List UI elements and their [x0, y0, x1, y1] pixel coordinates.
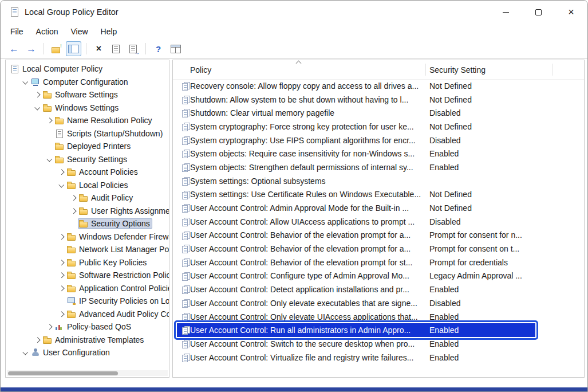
tree-item[interactable]: Application Control Policies — [6, 282, 169, 295]
chevron-right-icon[interactable] — [57, 166, 66, 179]
console-tree: Local Computer PolicyComputer Configurat… — [6, 60, 169, 359]
chevron-right-icon[interactable] — [57, 269, 66, 282]
horizontal-scrollbar[interactable] — [7, 370, 168, 376]
tree-item-label: Application Control Policies — [79, 284, 169, 293]
menu-file[interactable]: File — [4, 25, 30, 38]
security-setting-value: Enabled — [429, 339, 459, 348]
policy-row[interactable]: System objects: Strengthen default permi… — [173, 160, 584, 174]
tree-item[interactable]: User Rights Assignment — [6, 205, 169, 218]
tree-item[interactable]: Scripts (Startup/Shutdown) — [6, 127, 169, 140]
policy-row[interactable]: User Account Control: Allow UIAccess app… — [173, 215, 584, 229]
policy-doc-icon — [181, 109, 190, 117]
policy-row[interactable]: System objects: Require case insensitivi… — [173, 147, 584, 160]
tree-item[interactable]: Local Computer Policy — [6, 62, 169, 76]
policy-row[interactable]: User Account Control: Switch to the secu… — [173, 337, 584, 351]
column-divider[interactable] — [553, 64, 553, 76]
policy-row[interactable]: User Account Control: Detect application… — [173, 283, 584, 296]
column-label-security-setting: Security Setting — [429, 65, 486, 75]
tree-item[interactable]: Windows Settings — [6, 101, 169, 115]
minimize-button[interactable] — [490, 1, 522, 23]
chevron-right-icon[interactable] — [57, 256, 66, 269]
console-tree-panel: Local Computer PolicyComputer Configurat… — [5, 60, 169, 378]
chevron-right-icon[interactable] — [57, 308, 66, 321]
policy-row[interactable]: User Account Control: Run all administra… — [173, 323, 584, 337]
show-console-tree-button[interactable] — [66, 41, 81, 56]
policy-row[interactable]: System settings: Use Certificate Rules o… — [173, 188, 584, 202]
tree-item-label: Security Settings — [67, 155, 127, 164]
policy-doc-icon — [181, 285, 190, 293]
policy-row[interactable]: User Account Control: Admin Approval Mod… — [173, 201, 584, 215]
chevron-right-icon[interactable] — [57, 282, 66, 295]
tree-item[interactable]: Audit Policy — [6, 191, 169, 205]
tree-item[interactable]: Administrative Templates — [6, 334, 169, 347]
policy-row[interactable]: Shutdown: Clear virtual memory pagefileD… — [173, 106, 584, 120]
tree-item[interactable]: Network List Manager Policies — [6, 243, 169, 256]
menu-help[interactable]: Help — [94, 25, 124, 38]
policy-row[interactable]: User Account Control: Virtualize file an… — [173, 351, 584, 364]
policy-doc-icon — [181, 272, 190, 280]
tree-item[interactable]: Account Policies — [6, 166, 169, 179]
policy-row[interactable]: User Account Control: Configure type of … — [173, 269, 584, 283]
properties-button[interactable] — [108, 41, 124, 56]
chevron-right-icon[interactable] — [69, 205, 78, 218]
menu-view[interactable]: View — [64, 25, 94, 38]
policy-row[interactable]: System cryptography: Force strong key pr… — [173, 120, 584, 134]
tree-item[interactable]: Security Settings — [6, 153, 169, 166]
chevron-right-icon[interactable] — [57, 230, 66, 244]
column-divider[interactable] — [425, 64, 426, 76]
tree-item[interactable]: Software Settings — [6, 88, 169, 101]
security-setting-value: Prompt for credentials — [429, 258, 508, 267]
policy-row[interactable]: Shutdown: Allow system to be shut down w… — [173, 93, 584, 107]
policy-row[interactable]: User Account Control: Only elevate UIAcc… — [173, 310, 584, 324]
chevron-down-icon[interactable] — [21, 76, 30, 89]
column-header-policy[interactable]: Policy — [173, 60, 425, 79]
policy-name: Recovery console: Allow floppy copy and … — [190, 81, 419, 91]
tree-item-label: Policy-based QoS — [67, 322, 131, 331]
chevron-right-icon[interactable] — [45, 114, 54, 127]
chevron-right-icon[interactable] — [69, 191, 78, 205]
tree-item[interactable]: Policy-based QoS — [6, 320, 169, 334]
policy-row[interactable]: Recovery console: Allow floppy copy and … — [173, 79, 584, 93]
policy-row[interactable]: User Account Control: Behavior of the el… — [173, 229, 584, 242]
chevron-down-icon[interactable] — [21, 346, 30, 359]
policy-row[interactable]: User Account Control: Behavior of the el… — [173, 256, 584, 269]
maximize-button[interactable] — [522, 1, 555, 23]
policy-row[interactable]: System cryptography: Use FIPS compliant … — [173, 134, 584, 147]
tree-item[interactable]: Local Policies — [6, 179, 169, 192]
extended-view-button[interactable] — [168, 41, 183, 56]
policy-doc-icon — [181, 96, 190, 104]
tree-item[interactable]: User Configuration — [6, 346, 169, 359]
back-button[interactable]: ← — [6, 41, 22, 56]
close-button[interactable]: × — [555, 1, 587, 23]
column-header-security-setting[interactable]: Security Setting — [425, 60, 584, 79]
chevron-right-icon[interactable] — [33, 334, 42, 347]
folder-icon — [67, 181, 76, 189]
up-one-level-button[interactable] — [49, 41, 64, 56]
forward-button[interactable]: → — [23, 41, 39, 56]
delete-button[interactable]: × — [91, 41, 106, 56]
policy-row[interactable]: User Account Control: Only elevate execu… — [173, 296, 584, 310]
tree-item[interactable]: Windows Defender Firewall with Advanced … — [6, 230, 169, 244]
tree-item[interactable]: IP Security Policies on Local Computer — [6, 295, 169, 308]
tree-item-label: Local Policies — [79, 181, 128, 190]
help-button[interactable]: ? — [151, 41, 166, 56]
chevron-down-icon[interactable] — [45, 153, 54, 166]
tree-item[interactable]: Deployed Printers — [6, 140, 169, 153]
tree-item[interactable]: Software Restriction Policies — [6, 269, 169, 282]
chevron-down-icon[interactable] — [57, 179, 66, 192]
policy-row[interactable]: User Account Control: Behavior of the el… — [173, 242, 584, 256]
tree-item[interactable]: Advanced Audit Policy Configuration — [6, 308, 169, 321]
chevron-down-icon[interactable] — [33, 101, 42, 115]
policy-row[interactable]: System settings: Optional subsystems — [173, 174, 584, 188]
export-list-button[interactable] — [125, 41, 141, 56]
tree-item-content: Software Settings — [42, 89, 120, 100]
chevron-right-icon[interactable] — [33, 88, 42, 101]
policy-doc-icon — [181, 326, 190, 334]
chevron-right-icon[interactable] — [45, 320, 54, 334]
tree-item[interactable]: Public Key Policies — [6, 256, 169, 269]
tree-item[interactable]: Security Options — [6, 217, 169, 230]
tree-item[interactable]: Computer Configuration — [6, 76, 169, 89]
menu-action[interactable]: Action — [30, 25, 65, 38]
tree-item[interactable]: Name Resolution Policy — [6, 114, 169, 127]
scrollbar-thumb[interactable] — [8, 371, 118, 375]
